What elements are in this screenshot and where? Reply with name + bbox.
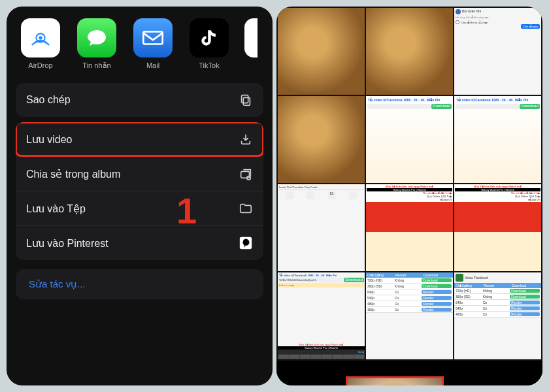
folder-icon: [239, 201, 253, 216]
svg-point-1: [39, 36, 42, 40]
share-app-messages[interactable]: Tin nhắn: [76, 18, 118, 70]
photo-thumb[interactable]: Tải video từ Facebook 1080 - 2K - 4K. Mi…: [278, 272, 365, 359]
action-label: Lưu vào Tệp: [26, 203, 86, 215]
pinterest-icon: [239, 236, 253, 250]
app-label: Mail: [146, 61, 159, 69]
action-save-pinterest[interactable]: Lưu vào Pinterest: [16, 225, 263, 260]
svg-rect-4: [242, 95, 248, 103]
mail-icon: [133, 18, 173, 57]
photo-thumb[interactable]: Video Facebook Chất lượngRenderDownload …: [454, 272, 541, 359]
annotation-1: 1: [176, 189, 197, 232]
share-sheet-screen: AirDrop Tin nhắn Mail TikTok: [7, 7, 273, 385]
photo-thumb[interactable]: Chất lượngRenderDownload 720p (HD)KhôngD…: [366, 272, 453, 359]
action-card-main: Lưu video Chia sẻ trong album Lưu vào Tệ…: [16, 122, 263, 260]
photo-thumb[interactable]: Đón Tết linh đình rinh ngay Watch mới Ga…: [366, 184, 453, 271]
action-copy[interactable]: Sao chép: [16, 83, 263, 117]
action-save-files[interactable]: Lưu vào Tệp: [16, 191, 263, 225]
action-label: Chia sẻ trong album: [26, 168, 120, 180]
photo-thumb[interactable]: [278, 96, 365, 183]
photo-thumb[interactable]: Inside Out Chocolate Chip Cooki... 81: [278, 184, 365, 271]
photos-app-screen: Bùi Uyên Nhi Hà vô gì đã trở nên sáng tạ…: [276, 7, 542, 385]
svg-rect-5: [241, 171, 250, 178]
video-thumbnail-highlighted[interactable]: 0:31: [346, 376, 444, 385]
photo-thumb[interactable]: Bùi Uyên Nhi Hà vô gì đã trở nên sáng tạ…: [454, 8, 541, 95]
action-card-copy: Sao chép: [16, 83, 263, 117]
photo-thumb[interactable]: [278, 8, 365, 95]
airdrop-icon: [21, 18, 60, 57]
photo-thumb[interactable]: Đón Tết linh đình rinh ngay Watch mới Ga…: [454, 184, 541, 271]
photos-grid[interactable]: Bùi Uyên Nhi Hà vô gì đã trở nên sáng tạ…: [276, 7, 542, 361]
share-album-icon: [239, 167, 253, 181]
tiktok-icon: [190, 18, 229, 57]
photo-thumb[interactable]: Tải video từ Facebook 1080 - 2K - 4K. Mi…: [454, 96, 541, 183]
photo-thumb[interactable]: [366, 8, 453, 95]
copy-icon: [239, 93, 253, 107]
share-app-tiktok[interactable]: TikTok: [188, 18, 230, 70]
action-label: Sao chép: [26, 94, 71, 106]
share-apps-row: AirDrop Tin nhắn Mail TikTok: [7, 7, 273, 78]
action-label: Lưu vào Pinterest: [26, 237, 108, 250]
photo-thumb[interactable]: Tải video từ Facebook 1080 - 2K - 4K. Mi…: [366, 96, 453, 183]
svg-rect-3: [243, 97, 250, 105]
messages-icon: [77, 18, 116, 57]
app-label: AirDrop: [28, 61, 52, 69]
svg-rect-2: [143, 32, 162, 44]
action-share-album[interactable]: Chia sẻ trong album: [16, 156, 263, 191]
action-save-video[interactable]: Lưu video: [16, 122, 263, 156]
share-app-mail[interactable]: Mail: [132, 18, 174, 70]
action-label: Lưu video: [26, 133, 73, 146]
recents-area: Snapsave.app_31...16822…_0.mp4 Phim MPEG…: [276, 361, 542, 385]
edit-actions-link[interactable]: Sửa tác vụ...: [16, 269, 263, 299]
app-label: TikTok: [199, 61, 219, 69]
share-app-more[interactable]: [244, 18, 258, 57]
app-label: Tin nhắn: [82, 61, 110, 70]
share-app-airdrop[interactable]: AirDrop: [20, 18, 61, 70]
download-icon: [239, 132, 253, 146]
file-card[interactable]: Snapsave.app_31...16822…_0.mp4 Phim MPEG…: [280, 384, 339, 385]
